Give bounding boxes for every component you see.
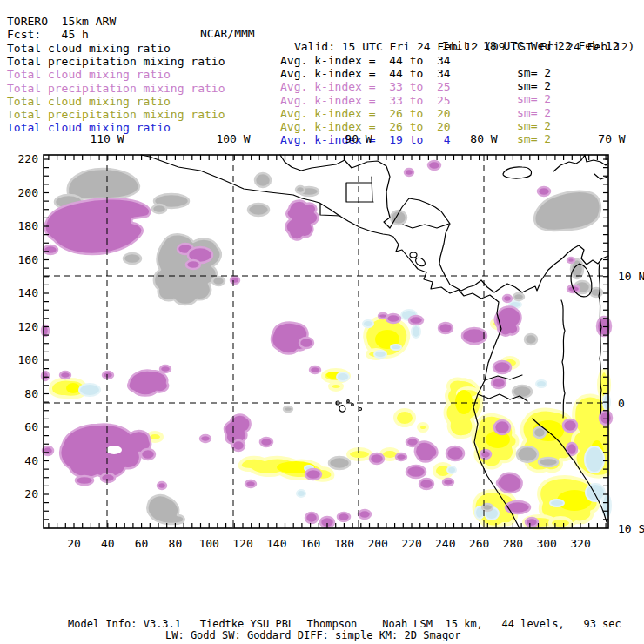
x-axis-label: 160	[300, 537, 320, 550]
x-axis-label: 180	[334, 537, 354, 550]
x-axis-label: 60	[135, 537, 149, 550]
y-axis-label: 200	[18, 186, 38, 199]
magenta-cluster-hole	[106, 446, 122, 454]
x-axis-label: 40	[101, 537, 115, 550]
latitude-label: 10 N	[618, 270, 644, 283]
x-axis-label: 260	[469, 537, 489, 550]
x-axis-label: 100	[198, 537, 218, 550]
x-axis-label: 200	[367, 537, 387, 550]
longitude-label: 80 W	[470, 132, 497, 145]
map-plot: 2040608010012014016018020022024026028030…	[0, 0, 644, 644]
model-info-line2: LW: Godd SW: Goddard DIFF: simple KM: 2D…	[165, 629, 461, 641]
x-axis-label: 240	[435, 537, 455, 550]
x-axis-label: 140	[266, 537, 286, 550]
longitude-label: 110 W	[90, 132, 124, 145]
x-axis-label: 300	[536, 537, 556, 550]
y-axis-label: 40	[24, 454, 38, 467]
x-axis-label: 80	[169, 537, 183, 550]
y-axis-label: 140	[18, 286, 38, 299]
y-axis-label: 20	[24, 487, 38, 500]
y-axis-label: 100	[18, 353, 38, 366]
y-axis-label: 220	[18, 152, 38, 165]
x-axis-label: 20	[67, 537, 81, 550]
longitude-label: 90 W	[345, 132, 372, 145]
x-axis-label: 280	[503, 537, 523, 550]
weather-model-product: TORERO 15km ARW NCAR/MMM Init: 18 UTC We…	[0, 0, 644, 644]
latitude-label: 0	[618, 397, 625, 410]
x-axis-label: 120	[232, 537, 252, 550]
y-axis-label: 80	[24, 387, 38, 400]
model-info-line1: Model Info: V3.3.1 Tiedtke YSU PBL Thomp…	[68, 618, 621, 630]
y-axis-label: 60	[24, 420, 38, 433]
x-axis-label: 320	[570, 537, 590, 550]
y-axis-label: 180	[18, 219, 38, 232]
latitude-label: 10 S	[618, 522, 644, 535]
y-axis-label: 160	[18, 253, 38, 266]
x-axis-label: 220	[401, 537, 421, 550]
longitude-label: 100 W	[216, 132, 250, 145]
y-axis-label: 120	[18, 320, 38, 333]
longitude-label: 70 W	[598, 132, 625, 145]
